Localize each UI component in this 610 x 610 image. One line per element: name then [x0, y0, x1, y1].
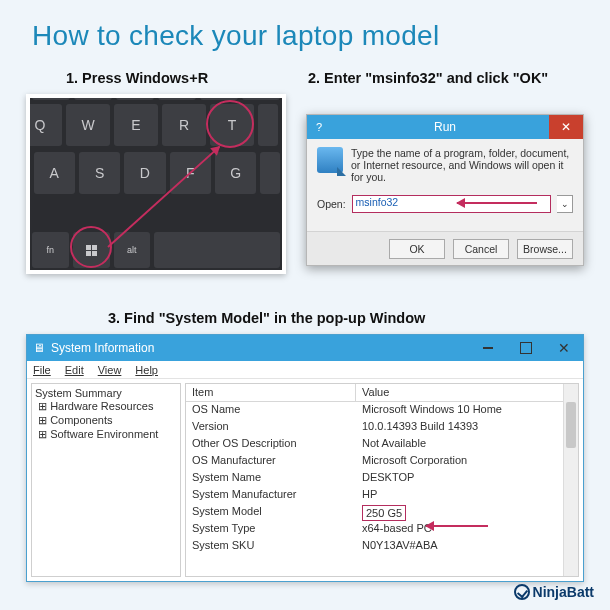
key-5: 5 [200, 94, 238, 100]
run-highlight-arrow [457, 202, 537, 204]
system-model-highlight: 250 G5 [362, 505, 406, 521]
model-highlight-arrow [426, 525, 488, 527]
system-information-window: 🖥 System Information ✕ File Edit View He… [26, 334, 584, 582]
close-button[interactable]: ✕ [549, 115, 583, 139]
sysinfo-icon: 🖥 [33, 341, 45, 355]
cell-item: System Manufacturer [186, 487, 356, 504]
table-row[interactable]: OS NameMicrosoft Windows 10 Home [186, 402, 578, 419]
cell-value: 250 G5 [356, 504, 578, 521]
table-row[interactable]: Other OS DescriptionNot Available [186, 436, 578, 453]
run-title-text: Run [434, 120, 456, 134]
browse-button[interactable]: Browse... [517, 239, 573, 259]
scrollbar[interactable] [563, 384, 578, 576]
key-s: S [79, 152, 120, 194]
menu-file[interactable]: File [33, 364, 51, 376]
brand-logo: NinjaBatt [514, 584, 594, 600]
tree-item[interactable]: ⊞ Components [35, 414, 177, 428]
run-help-icon[interactable]: ? [309, 118, 329, 136]
key-a: A [34, 152, 75, 194]
maximize-button[interactable] [507, 335, 545, 361]
close-button[interactable]: ✕ [545, 335, 583, 361]
sysinfo-table: Item Value OS NameMicrosoft Windows 10 H… [185, 383, 579, 577]
highlight-circle-r [206, 100, 254, 148]
key-6: 6 [242, 94, 280, 100]
page-title: How to check your laptop model [0, 0, 610, 58]
key-fn: fn [32, 232, 69, 268]
table-row[interactable]: System NameDESKTOP [186, 470, 578, 487]
menu-view[interactable]: View [98, 364, 122, 376]
menu-edit[interactable]: Edit [65, 364, 84, 376]
cell-item: System Model [186, 504, 356, 521]
cell-value: Not Available [356, 436, 578, 453]
tree-root[interactable]: System Summary [35, 387, 177, 400]
brand-text: NinjaBatt [533, 584, 594, 600]
run-description: Type the name of a program, folder, docu… [351, 147, 573, 183]
cell-value: x64-based PC [356, 521, 578, 538]
minimize-button[interactable] [469, 335, 507, 361]
key-q: Q [26, 104, 62, 146]
table-row[interactable]: Version10.0.14393 Build 14393 [186, 419, 578, 436]
col-item[interactable]: Item [186, 384, 356, 401]
step2-label: 2. Enter "msinfo32" and click "OK" [308, 70, 548, 86]
cell-item: Version [186, 419, 356, 436]
table-row[interactable]: System ManufacturerHP [186, 487, 578, 504]
cell-item: OS Name [186, 402, 356, 419]
table-row[interactable]: OS ManufacturerMicrosoft Corporation [186, 453, 578, 470]
key-2: 2 [74, 94, 112, 100]
cell-value: HP [356, 487, 578, 504]
sysinfo-tree: System Summary ⊞ Hardware Resources ⊞ Co… [31, 383, 181, 577]
tree-item[interactable]: ⊞ Software Environment [35, 428, 177, 442]
run-icon [317, 147, 343, 173]
cell-item: System Type [186, 521, 356, 538]
key-4: 4 [158, 94, 196, 100]
open-dropdown-icon[interactable]: ⌄ [557, 195, 573, 213]
menu-help[interactable]: Help [135, 364, 158, 376]
cell-item: System Name [186, 470, 356, 487]
ninjabatt-icon [514, 584, 530, 600]
cell-item: OS Manufacturer [186, 453, 356, 470]
cell-item: System SKU [186, 538, 356, 555]
cell-item: Other OS Description [186, 436, 356, 453]
cell-value: Microsoft Corporation [356, 453, 578, 470]
keyboard-illustration: 1 2 3 4 5 6 Q W E R T A S D F G fn alt [26, 94, 286, 274]
key-3: 3 [116, 94, 154, 100]
cell-value: 10.0.14393 Build 14393 [356, 419, 578, 436]
open-label: Open: [317, 198, 346, 210]
key-g: G [215, 152, 256, 194]
key-1: 1 [32, 94, 70, 100]
key-e: E [114, 104, 158, 146]
table-row[interactable]: System SKUN0Y13AV#ABA [186, 538, 578, 555]
sysinfo-title-text: System Information [51, 341, 154, 355]
cancel-button[interactable]: Cancel [453, 239, 509, 259]
open-input[interactable]: msinfo32 [352, 195, 551, 213]
key-r: R [162, 104, 206, 146]
tree-item[interactable]: ⊞ Hardware Resources [35, 400, 177, 414]
col-value[interactable]: Value [356, 384, 578, 401]
highlight-circle-win [70, 226, 112, 268]
step1-label: 1. Press Windows+R [66, 70, 208, 86]
cell-value: Microsoft Windows 10 Home [356, 402, 578, 419]
cell-value: N0Y13AV#ABA [356, 538, 578, 555]
step3-label: 3. Find "System Model" in the pop-up Win… [108, 310, 425, 326]
table-row[interactable]: System Typex64-based PC [186, 521, 578, 538]
sysinfo-menubar: File Edit View Help [27, 361, 583, 379]
table-row[interactable]: System Model250 G5 [186, 504, 578, 521]
sysinfo-titlebar: 🖥 System Information ✕ [27, 335, 583, 361]
cell-value: DESKTOP [356, 470, 578, 487]
ok-button[interactable]: OK [389, 239, 445, 259]
key-w: W [66, 104, 110, 146]
run-titlebar: ? Run ✕ [307, 115, 583, 139]
key-d: D [124, 152, 165, 194]
run-dialog: ? Run ✕ Type the name of a program, fold… [306, 114, 584, 266]
